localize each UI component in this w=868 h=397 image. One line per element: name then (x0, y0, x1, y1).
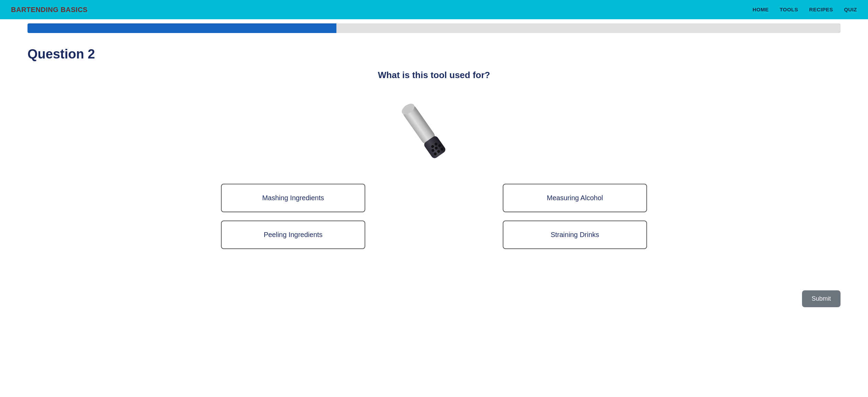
options-grid: Mashing Ingredients Measuring Alcohol Pe… (193, 184, 675, 249)
submit-container: Submit (0, 290, 868, 307)
option-measuring-alcohol[interactable]: Measuring Alcohol (503, 184, 647, 212)
navbar-links: HOME TOOLS RECIPES QUIZ (753, 7, 857, 13)
nav-recipes[interactable]: RECIPES (809, 7, 833, 12)
option-straining-drinks[interactable]: Straining Drinks (503, 221, 647, 249)
navbar: BARTENDING BASICS HOME TOOLS RECIPES QUI… (0, 0, 868, 19)
nav-tools[interactable]: TOOLS (780, 7, 798, 12)
progress-bar-container (27, 23, 841, 33)
tool-image-container (27, 87, 841, 170)
muddler-icon (379, 91, 489, 167)
question-label: Question 2 (27, 47, 841, 62)
question-text: What is this tool used for? (27, 70, 841, 81)
nav-quiz[interactable]: QUIZ (844, 7, 857, 12)
progress-bar-fill (27, 23, 336, 33)
option-mashing-ingredients[interactable]: Mashing Ingredients (221, 184, 365, 212)
nav-home[interactable]: HOME (753, 7, 769, 12)
submit-button[interactable]: Submit (802, 290, 841, 307)
navbar-brand: BARTENDING BASICS (11, 6, 88, 14)
main-content: Question 2 What is this tool used for? (0, 33, 868, 283)
option-peeling-ingredients[interactable]: Peeling Ingredients (221, 221, 365, 249)
